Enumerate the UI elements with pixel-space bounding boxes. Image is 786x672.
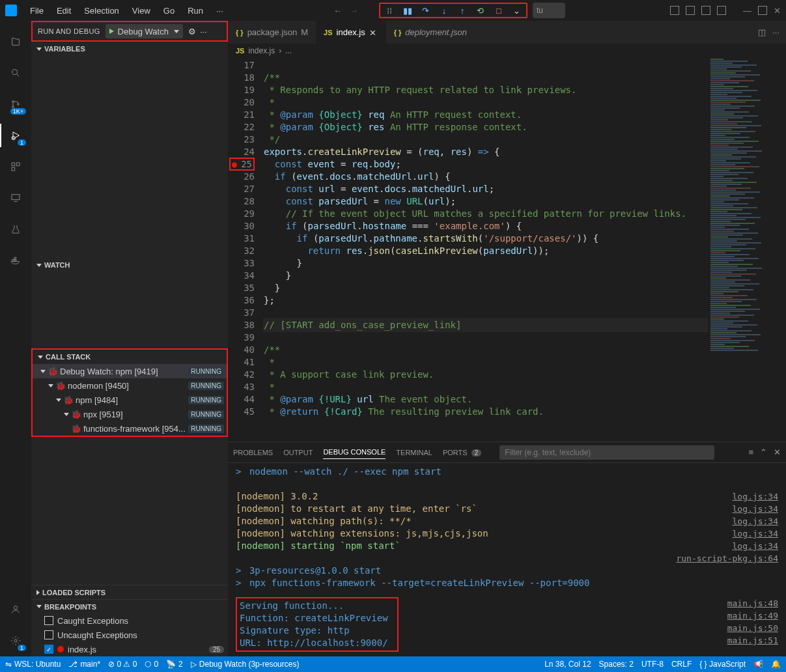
breakpoint-uncaught-exceptions[interactable]: Uncaught Exceptions — [31, 628, 228, 642]
window-maximize-icon[interactable] — [758, 6, 767, 15]
tab-deployment-json[interactable]: { } deployment.json — [386, 21, 475, 44]
panel-tab-problems[interactable]: PROBLEMS — [233, 446, 273, 459]
tab-index-js[interactable]: JS index.js ✕ — [316, 21, 386, 44]
step-out-icon[interactable]: ↑ — [457, 5, 468, 16]
close-icon[interactable]: ✕ — [369, 28, 378, 37]
status-ports[interactable]: 📡 2 — [166, 660, 183, 669]
editor-body[interactable]: 1718192021222324●25262728293031323334353… — [228, 58, 786, 441]
menu-view[interactable]: View — [127, 3, 156, 18]
remote-explorer-icon[interactable] — [0, 182, 31, 214]
launch-config-select[interactable]: Debug Watch — [105, 24, 183, 38]
call-stack-item[interactable]: 🐞 nodemon [9450] RUNNING — [33, 378, 227, 393]
step-over-icon[interactable]: ↷ — [421, 5, 431, 16]
git-branch[interactable]: ⎇ main* — [68, 660, 100, 669]
command-center-input[interactable]: tu — [533, 3, 565, 18]
run-debug-icon[interactable]: 1 — [0, 120, 31, 151]
language-mode[interactable]: { } JavaScript — [699, 660, 746, 669]
breakpoint-file[interactable]: ✓ index.js 25 — [31, 642, 228, 656]
line-number-gutter: 1718192021222324●25262728293031323334353… — [228, 58, 264, 441]
debug-console-filter-input[interactable]: Filter (e.g. text, !exclude) — [499, 445, 714, 460]
debug-console-output[interactable]: > nodemon --watch ./ --exec npm start [n… — [228, 463, 786, 656]
call-stack-label-text: Debug Watch: npm [9419] — [60, 367, 158, 376]
split-editor-icon[interactable]: ◫ — [758, 27, 766, 37]
filter-settings-icon[interactable]: ≡ — [748, 447, 753, 457]
chevron-down-icon — [56, 399, 61, 402]
window-minimize-icon[interactable]: — — [743, 6, 751, 16]
checkbox-icon[interactable] — [44, 616, 53, 625]
layout-primary-icon[interactable] — [670, 6, 679, 15]
more-icon[interactable]: ··· — [200, 27, 207, 36]
settings-icon[interactable]: 1 — [0, 625, 31, 656]
breadcrumb-item[interactable]: ... — [285, 46, 292, 55]
start-debug-icon[interactable] — [109, 29, 114, 34]
call-stack-header[interactable]: CALL STACK — [33, 350, 227, 364]
cursor-position[interactable]: Ln 38, Col 12 — [544, 660, 591, 669]
call-stack-label-text: nodemon [9450] — [68, 381, 129, 391]
call-stack-item[interactable]: 🐞 npm [9484] RUNNING — [33, 393, 227, 407]
eol-status[interactable]: CRLF — [671, 660, 692, 669]
menu-run[interactable]: Run — [182, 3, 208, 18]
panel-tab-ports[interactable]: PORTS 2 — [443, 446, 481, 459]
tab-package-json[interactable]: { } package.json M — [228, 21, 316, 44]
code-area[interactable]: /** * Responds to any HTTP request relat… — [264, 58, 708, 441]
layout-secondary-icon[interactable] — [701, 6, 710, 15]
indent-status[interactable]: Spaces: 2 — [599, 660, 634, 669]
layout-customize-icon[interactable] — [717, 6, 726, 15]
stop-icon[interactable]: □ — [494, 5, 504, 16]
feedback-icon[interactable]: 📢 — [753, 660, 763, 669]
call-stack-item[interactable]: 🐞 Debug Watch: npm [9419] RUNNING — [33, 364, 227, 378]
testing-icon[interactable] — [0, 214, 31, 245]
watch-header[interactable]: WATCH — [31, 258, 228, 272]
breakpoint-caught-exceptions[interactable]: Caught Exceptions — [31, 613, 228, 628]
status-val: 2 — [178, 660, 183, 669]
checkbox-checked-icon[interactable]: ✓ — [44, 645, 53, 654]
gear-icon[interactable]: ⚙ — [188, 27, 196, 36]
bug-icon: 🐞 — [72, 424, 81, 433]
variables-header[interactable]: VARIABLES — [31, 42, 228, 56]
menu-more[interactable]: ··· — [211, 3, 229, 18]
drag-handle-icon[interactable]: ⁞⁞ — [384, 5, 395, 16]
breadcrumb[interactable]: JS index.js › ... — [228, 44, 786, 58]
status-misc-0[interactable]: ⬡ 0 — [145, 660, 158, 669]
remote-indicator[interactable]: ⇋ WSL: Ubuntu — [5, 660, 61, 669]
notifications-icon[interactable]: 🔔 — [771, 660, 781, 669]
breadcrumb-item[interactable]: index.js — [248, 46, 275, 55]
svg-rect-8 — [12, 195, 20, 200]
vscode-logo-icon — [5, 5, 17, 16]
panel-close-icon[interactable]: ✕ — [774, 447, 781, 457]
panel-maximize-icon[interactable]: ⌃ — [760, 447, 767, 457]
step-into-icon[interactable]: ↓ — [439, 5, 449, 16]
docker-icon[interactable] — [0, 245, 31, 276]
menu-edit[interactable]: Edit — [51, 3, 76, 18]
svg-rect-11 — [14, 257, 16, 259]
menu-file[interactable]: File — [25, 3, 49, 18]
call-stack-item[interactable]: 🐞 npx [9519] RUNNING — [33, 407, 227, 421]
nav-forward-icon[interactable]: → — [350, 6, 358, 16]
layout-panel-icon[interactable] — [686, 6, 695, 15]
panel-tab-terminal[interactable]: TERMINAL — [396, 446, 432, 459]
checkbox-icon[interactable] — [44, 630, 53, 639]
minimap[interactable] — [708, 58, 786, 441]
window-close-icon[interactable]: ✕ — [774, 6, 781, 16]
problems-status[interactable]: ⊘ 0 ⚠ 0 — [108, 660, 137, 669]
nav-back-icon[interactable]: ← — [333, 6, 342, 16]
loaded-scripts-header[interactable]: LOADED SCRIPTS — [31, 585, 228, 599]
accounts-icon[interactable] — [0, 594, 31, 625]
source-control-icon[interactable]: 1K+ — [0, 89, 31, 120]
panel-tab-output[interactable]: OUTPUT — [283, 446, 313, 459]
menu-go[interactable]: Go — [158, 3, 180, 18]
debug-config-chev-icon[interactable]: ⌄ — [512, 5, 522, 16]
explorer-icon[interactable] — [0, 26, 31, 57]
tab-bar-more-icon[interactable]: ··· — [772, 27, 779, 37]
search-icon[interactable] — [0, 57, 31, 89]
pause-icon[interactable]: ▮▮ — [402, 5, 413, 16]
debug-session-status[interactable]: ▷ Debug Watch (3p-resources) — [191, 660, 300, 669]
encoding-status[interactable]: UTF-8 — [641, 660, 664, 669]
extensions-icon[interactable] — [0, 151, 31, 182]
panel-tab-debug-console[interactable]: DEBUG CONSOLE — [323, 445, 386, 459]
tab-label: package.json — [247, 27, 298, 37]
breakpoints-header[interactable]: BREAKPOINTS — [31, 599, 228, 613]
call-stack-item[interactable]: 🐞 functions-framework [954... RUNNING — [33, 421, 227, 436]
restart-icon[interactable]: ⟲ — [475, 5, 486, 16]
menu-selection[interactable]: Selection — [79, 3, 124, 18]
